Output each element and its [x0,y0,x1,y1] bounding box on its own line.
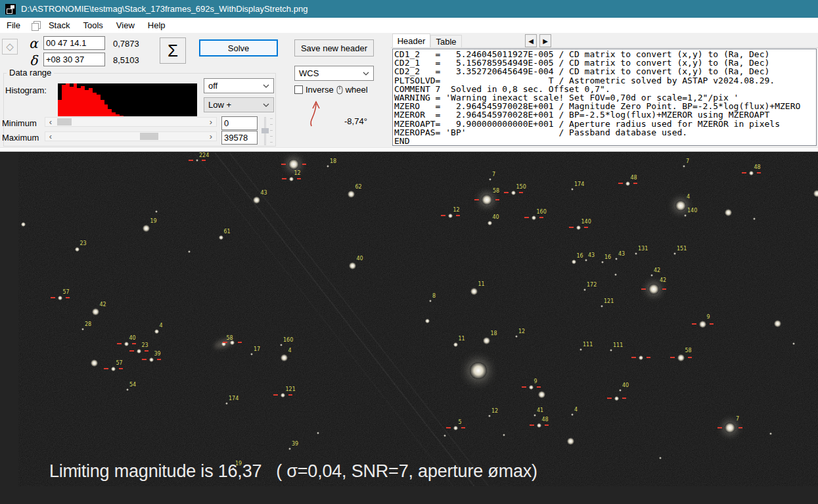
star [625,181,630,186]
maximum-value-input[interactable] [221,131,258,145]
solve-button[interactable]: Solve [199,39,278,57]
histogram-mode-select[interactable]: off [204,78,274,93]
star [571,413,574,416]
detection-marker [456,215,460,216]
detection-marker [633,183,637,184]
star [327,165,329,168]
star [650,274,653,277]
menu-item-help[interactable]: Help [141,18,172,32]
star-annotation-label: 174 [574,182,584,187]
star [534,414,536,417]
star-annotation-label: 140 [687,208,697,214]
star-annotation-label: 12 [453,208,460,213]
fits-header-memo[interactable]: CD1_2 = 5.246045011927E-005 / CD matrix … [392,49,817,146]
star [699,321,706,328]
star [529,385,534,390]
detection-marker [51,297,55,298]
dec-input[interactable] [43,53,105,66]
star-annotation-label: 172 [587,283,597,288]
detection-marker [132,343,136,344]
star [725,423,735,433]
wcs-selected-value: WCS [299,68,319,78]
star-annotation-label: 9 [534,379,537,384]
minimum-value-input[interactable] [221,116,258,130]
scroll-right-icon[interactable]: › [206,118,216,127]
data-range-group-label: Data range [7,68,54,78]
star-field-image[interactable]: 1822412436219612357424058150712401601401… [18,152,818,486]
minimum-scroll-track[interactable] [56,118,206,126]
chevron-down-icon [263,103,269,107]
detection-marker [537,386,541,388]
detection-marker [584,227,588,228]
star [188,250,191,253]
save-new-header-button[interactable]: Save new header [294,39,374,57]
star [585,259,587,262]
maximum-scroll-track[interactable] [56,132,206,141]
star [567,438,574,445]
star [489,178,491,181]
menu-item-view[interactable]: View [110,18,141,32]
detection-marker [641,288,646,290]
diamond-button[interactable]: ◇ [2,39,18,55]
star [537,423,541,428]
star [349,262,356,269]
star [532,216,536,220]
inverse-wheel-checkbox[interactable] [294,85,303,94]
sigma-button[interactable]: Σ [160,37,186,64]
star [154,329,159,334]
maximum-scrollbar[interactable]: ‹ › [45,131,217,141]
inverse-wheel-option: Inverse wheel [294,85,368,95]
star-annotation-label: 40 [129,336,136,341]
star [579,348,582,351]
menu-bar: FileStackToolsViewHelp [0,18,818,33]
star [470,362,487,379]
wcs-select[interactable]: WCS [294,66,374,81]
star [673,252,676,255]
scroll-left-icon[interactable]: ‹ [45,118,56,127]
star-annotation-label: 42 [660,278,666,283]
star-annotation-label: 48 [542,417,549,423]
header-prev-button[interactable]: ◀ [525,34,537,47]
menu-item-stack[interactable]: Stack [42,18,77,32]
scroll-left-icon[interactable]: ‹ [45,132,56,141]
star [81,328,84,331]
mouse-icon [336,85,343,95]
limiting-magnitude-caption: Limiting magnitude is 16,37 ( σ=0,04, SN… [49,461,537,482]
stretch-select[interactable]: Low + [204,97,274,112]
detection-marker [142,359,147,360]
dec-degrees: 8,5103 [113,55,139,65]
alpha-label: α [29,35,38,51]
detection-marker [647,357,650,358]
star [281,354,288,361]
tab-table[interactable]: Table [430,35,462,48]
star-annotation-label: 12 [294,171,301,176]
star [58,296,62,300]
slider-thumb[interactable] [261,128,269,133]
star [601,261,604,263]
star [281,393,285,398]
title-bar: D:\ASTRONOMIE\testmag\Stack_173frames_69… [0,0,818,18]
histogram-mode-value: off [208,81,217,91]
ra-input[interactable] [43,36,105,50]
star-annotation-label: 4 [574,407,578,413]
minimum-scroll-thumb[interactable] [57,118,72,126]
star-annotation-label: 111 [583,342,593,348]
star [448,214,453,218]
scroll-right-icon[interactable]: › [206,132,216,141]
header-next-button[interactable]: ▶ [539,34,551,47]
star [635,252,637,255]
menu-item-tools[interactable]: Tools [76,18,109,32]
star [639,355,643,360]
star-annotation-label: 174 [229,396,239,401]
star [137,349,141,354]
detection-marker [189,160,193,161]
star [91,359,98,367]
tab-header[interactable]: Header [392,34,430,48]
star-annotation-label: 224 [199,153,209,158]
fine-adjust-slider[interactable] [261,116,273,147]
menu-item-file[interactable]: File [0,18,27,32]
star [614,273,617,276]
star [443,434,446,437]
maximum-scroll-thumb[interactable] [140,133,158,140]
minimum-scrollbar[interactable]: ‹ › [45,117,217,127]
